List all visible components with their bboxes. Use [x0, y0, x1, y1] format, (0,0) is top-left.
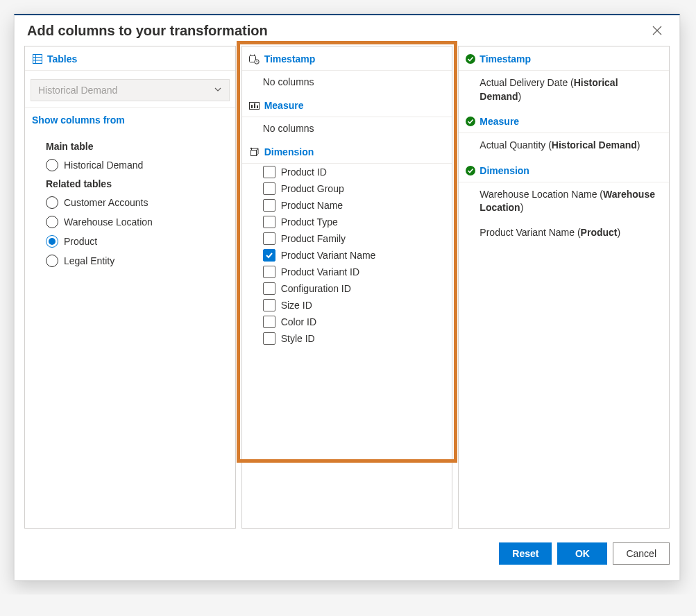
- dimension-checkbox-product-group[interactable]: Product Group: [242, 180, 452, 197]
- dimension-label: Dimension: [264, 146, 314, 157]
- svg-point-14: [466, 54, 475, 64]
- selected-dimension-item: Warehouse Location Name (Warehouse Locat…: [459, 182, 669, 221]
- radio-icon: [46, 196, 58, 209]
- dialog-header: Add columns to your transformation: [15, 15, 679, 43]
- radio-icon: [46, 216, 58, 228]
- dimension-checkbox-list: Product IDProduct GroupProduct NameProdu…: [242, 164, 452, 347]
- reset-button[interactable]: Reset: [499, 542, 552, 565]
- checkbox-label: Product Family: [281, 233, 346, 244]
- selected-dimension-label: Dimension: [479, 165, 529, 176]
- check-circle-icon: [466, 166, 475, 176]
- radio-icon: [46, 159, 58, 171]
- svg-point-15: [466, 117, 475, 126]
- checkbox-icon: [263, 299, 275, 311]
- checkbox-icon: [263, 332, 275, 345]
- dimension-checkbox-color-id[interactable]: Color ID: [242, 314, 452, 330]
- checkbox-icon: [263, 216, 275, 228]
- timestamp-no-columns: No columns: [242, 71, 452, 93]
- checkbox-label: Product Variant Name: [281, 250, 376, 261]
- tables-label: Tables: [47, 53, 77, 65]
- radio-label: Product: [64, 236, 97, 247]
- dialog-title: Add columns to your transformation: [27, 23, 647, 39]
- selected-dimension-header: Dimension: [459, 158, 669, 182]
- table-radio-warehouse-location[interactable]: Warehouse Location: [46, 216, 228, 228]
- checkbox-label: Product Type: [281, 216, 338, 228]
- dimension-checkbox-product-variant-id[interactable]: Product Variant ID: [242, 264, 452, 280]
- dimension-checkbox-configuration-id[interactable]: Configuration ID: [242, 280, 452, 297]
- table-icon: [32, 53, 43, 65]
- tables-section-header: Tables: [25, 46, 235, 71]
- dimension-checkbox-style-id[interactable]: Style ID: [242, 330, 452, 347]
- related-tables-label: Related tables: [46, 178, 228, 189]
- checkbox-icon: [263, 282, 275, 295]
- checkbox-label: Product Name: [281, 200, 343, 211]
- table-radio-product[interactable]: Product: [46, 235, 228, 248]
- table-selector: Main table Historical Demand Related tab…: [25, 130, 235, 278]
- timestamp-section-header: Timestamp: [242, 46, 452, 71]
- radio-label: Legal Entity: [64, 255, 114, 266]
- checkbox-icon: [263, 166, 275, 178]
- dimension-checkbox-size-id[interactable]: Size ID: [242, 297, 452, 314]
- tables-dropdown[interactable]: Historical Demand: [31, 79, 230, 101]
- checkbox-icon: [263, 266, 275, 278]
- svg-rect-0: [33, 55, 42, 64]
- main-table-label: Main table: [46, 141, 228, 152]
- checkbox-label: Configuration ID: [281, 283, 351, 294]
- table-radio-legal-entity[interactable]: Legal Entity: [46, 255, 228, 267]
- selected-measure-item: Actual Quantity (Historical Demand): [459, 133, 669, 158]
- svg-rect-12: [251, 150, 257, 155]
- measure-section-header: Measure: [242, 93, 452, 117]
- radio-label: Historical Demand: [64, 160, 143, 171]
- add-columns-dialog: Add columns to your transformation Table…: [14, 14, 680, 581]
- svg-rect-10: [254, 103, 255, 108]
- measure-no-columns: No columns: [242, 117, 452, 139]
- checkbox-icon: [263, 249, 275, 262]
- checkbox-label: Size ID: [281, 300, 312, 311]
- measure-icon: [249, 100, 260, 111]
- cancel-button[interactable]: Cancel: [613, 542, 670, 565]
- svg-rect-11: [257, 105, 258, 108]
- checkbox-label: Color ID: [281, 316, 316, 327]
- selected-dimension-item: Product Variant Name (Product): [459, 221, 669, 246]
- dimension-section-header: Dimension: [242, 139, 452, 164]
- svg-point-16: [466, 166, 475, 176]
- ok-button[interactable]: OK: [557, 542, 607, 565]
- checkbox-label: Style ID: [281, 333, 315, 344]
- selected-measure-header: Measure: [459, 109, 669, 133]
- radio-icon: [46, 255, 58, 267]
- checkbox-icon: [263, 199, 275, 212]
- dialog-footer: Reset OK Cancel: [15, 529, 679, 580]
- panels-row: Tables Historical Demand Show columns fr…: [15, 43, 679, 529]
- chevron-down-icon: [214, 85, 222, 96]
- show-columns-from-header: Show columns from: [25, 107, 235, 130]
- selected-timestamp-header: Timestamp: [459, 46, 669, 71]
- checkbox-icon: [263, 232, 275, 245]
- svg-point-13: [251, 147, 252, 148]
- dimension-checkbox-product-family[interactable]: Product Family: [242, 230, 452, 247]
- selected-timestamp-item: Actual Delivery Date (Historical Demand): [459, 71, 669, 109]
- radio-label: Warehouse Location: [64, 216, 153, 228]
- columns-panel: Timestamp No columns Measure No columns …: [241, 46, 453, 529]
- table-radio-customer-accounts[interactable]: Customer Accounts: [46, 196, 228, 209]
- dropdown-value: Historical Demand: [38, 85, 117, 96]
- table-radio-historical-demand[interactable]: Historical Demand: [46, 159, 228, 171]
- checkbox-label: Product Group: [281, 183, 344, 194]
- checkbox-icon: [263, 182, 275, 195]
- checkbox-icon: [263, 316, 275, 328]
- selected-measure-label: Measure: [479, 116, 519, 127]
- check-circle-icon: [466, 117, 475, 126]
- dimension-icon: [249, 146, 260, 157]
- close-button[interactable]: [647, 21, 667, 40]
- checkbox-label: Product ID: [281, 166, 327, 178]
- measure-label: Measure: [264, 100, 304, 111]
- dimension-checkbox-product-name[interactable]: Product Name: [242, 197, 452, 214]
- check-circle-icon: [466, 54, 475, 64]
- dimension-checkbox-product-variant-name[interactable]: Product Variant Name: [242, 247, 452, 264]
- dimension-checkbox-product-type[interactable]: Product Type: [242, 214, 452, 230]
- tables-panel: Tables Historical Demand Show columns fr…: [24, 46, 236, 529]
- dimension-checkbox-product-id[interactable]: Product ID: [242, 164, 452, 180]
- timestamp-icon: [249, 53, 260, 65]
- checkbox-label: Product Variant ID: [281, 266, 359, 277]
- radio-label: Customer Accounts: [64, 197, 148, 208]
- selected-timestamp-label: Timestamp: [479, 53, 531, 65]
